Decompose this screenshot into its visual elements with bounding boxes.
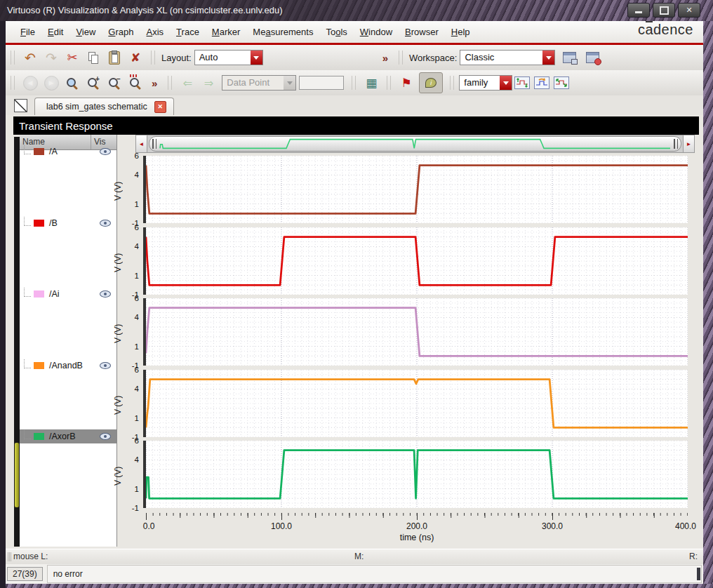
scroll-thumb-grip[interactable] [674, 139, 678, 149]
menu-help[interactable]: Help [446, 25, 475, 39]
toolbar-grip[interactable] [387, 76, 391, 90]
chevron-down-icon[interactable] [251, 51, 262, 65]
zoom-area-button[interactable] [127, 74, 144, 91]
time-overview-scrollbar[interactable]: ◄ ► [135, 135, 695, 153]
strip-vertical-scrollbar[interactable] [14, 137, 20, 547]
y-tick-label: 6 [135, 366, 139, 374]
calculator-button[interactable]: ▦ [363, 74, 380, 91]
menu-tools[interactable]: Tools [321, 25, 352, 39]
scroll-track[interactable] [147, 135, 683, 153]
graph-mode-icon[interactable] [14, 99, 27, 112]
zoom-out-button[interactable]: − [106, 74, 123, 91]
menu-graph[interactable]: Graph [103, 25, 138, 39]
toolbar-grip[interactable] [11, 51, 15, 65]
swap-sweep-button[interactable] [514, 76, 530, 89]
tab-close-button[interactable]: ✕ [154, 101, 166, 113]
scroll-right-button[interactable]: ► [683, 135, 695, 153]
save-workspace-button[interactable] [561, 49, 578, 66]
waveform-plot[interactable] [146, 441, 688, 508]
waveform-strip-A[interactable]: V (V)641-1 [112, 156, 702, 227]
toolbar-overflow-chevron[interactable]: » [152, 77, 157, 89]
pan-forward-button[interactable]: ▶ [43, 74, 60, 91]
toolbar-grip[interactable] [352, 76, 356, 90]
copy-button[interactable] [85, 49, 102, 66]
tab-sim-gates[interactable]: lab6 sim_gates schematic ✕ [34, 98, 174, 115]
back-icon: ◀ [23, 76, 38, 91]
signal-row-A[interactable]: /A [20, 145, 116, 159]
strip-vertical-scrollbar-thumb[interactable] [15, 443, 19, 507]
visibility-eye-icon[interactable] [100, 433, 111, 440]
workspace-dropdown[interactable]: Classic [460, 50, 555, 65]
visibility-eye-icon[interactable] [100, 220, 111, 227]
menu-view[interactable]: View [71, 25, 100, 39]
signal-row-AnandB[interactable]: /AnandB [20, 359, 116, 373]
zoom-fit-button[interactable] [64, 74, 81, 91]
chevron-down-icon[interactable] [542, 51, 554, 65]
annotation-button[interactable]: i [419, 72, 443, 93]
waveform-plot[interactable] [146, 370, 688, 437]
toolbar-grip[interactable] [151, 51, 155, 65]
x-axis-title: time (ns) [146, 533, 688, 542]
menu-measurements[interactable]: Measurements [248, 25, 318, 39]
delete-button[interactable]: ✘ [127, 49, 144, 66]
datapoint-dropdown[interactable]: Data Point [222, 75, 296, 91]
toolbar-edit: ↶ ↷ ✂ ✘ Layout: Auto » Workspace: Classi… [6, 45, 703, 71]
paste-button[interactable] [106, 49, 123, 66]
prev-point-button[interactable]: ⇐ [179, 74, 196, 91]
menu-marker[interactable]: Marker [207, 25, 246, 39]
waveform-plot[interactable] [146, 298, 688, 366]
toolbar-grip[interactable] [399, 51, 403, 65]
menu-axis[interactable]: Axis [142, 25, 169, 39]
scroll-thumb-grip[interactable] [152, 139, 156, 149]
message-grip[interactable] [697, 568, 700, 580]
marker-flag-button[interactable]: ⚑ [398, 74, 415, 91]
waveform-strip-AnandB[interactable]: V (V)641-1 [112, 370, 702, 441]
menu-window[interactable]: Window [355, 25, 397, 39]
visibility-eye-icon[interactable] [100, 290, 111, 298]
waveform-strip-B[interactable]: V (V)641-1 [112, 227, 702, 298]
toolbar-overflow-chevron[interactable]: » [382, 52, 388, 64]
signal-row-AxorB[interactable]: /AxorB [20, 429, 116, 443]
next-point-button[interactable]: ⇒ [200, 74, 217, 91]
scroll-left-button[interactable]: ◄ [135, 135, 147, 153]
pan-back-button[interactable]: ◀ [22, 74, 39, 91]
next-point-icon: ⇒ [204, 76, 213, 90]
layout-dropdown[interactable]: Auto [194, 50, 263, 65]
waveform-plot[interactable] [146, 156, 688, 223]
x-axis: 0.0100.0200.0300.0400.0 time (ns) [146, 513, 688, 547]
menu-trace[interactable]: Trace [171, 25, 204, 39]
title-bar[interactable]: Virtuoso (R) Visualization & Analysis XL… [0, 0, 713, 21]
delete-workspace-button[interactable] [584, 49, 601, 66]
y-axis-ticks [141, 370, 146, 437]
redo-button[interactable]: ↷ [43, 49, 60, 66]
message-bar: 27(39) no error [6, 564, 703, 584]
menu-edit[interactable]: Edit [43, 25, 68, 39]
chevron-down-icon[interactable] [500, 76, 512, 90]
scroll-thumb[interactable] [149, 136, 681, 152]
update-plot-button[interactable] [554, 76, 569, 89]
minimize-button[interactable] [627, 3, 650, 18]
undo-button[interactable]: ↶ [22, 49, 39, 66]
cut-button[interactable]: ✂ [64, 49, 81, 66]
zoom-in-button[interactable]: + [85, 74, 102, 91]
visibility-eye-icon[interactable] [100, 148, 111, 155]
toolbar-grip[interactable] [168, 76, 172, 90]
family-dropdown[interactable]: family [459, 75, 512, 91]
visibility-eye-icon[interactable] [100, 362, 111, 369]
maximize-button[interactable] [653, 3, 675, 18]
menu-browser[interactable]: Browser [400, 25, 444, 39]
waveform-plot[interactable] [146, 227, 688, 295]
menu-file[interactable]: File [15, 25, 40, 39]
point-value-field[interactable] [299, 76, 344, 90]
signal-row-B[interactable]: /B [20, 216, 116, 230]
toolbar-grip[interactable] [450, 76, 454, 90]
status-mouse-right: R: [689, 552, 698, 561]
signal-row-Ai[interactable]: /Ai [20, 287, 116, 301]
waveform-strip-Ai[interactable]: V (V)641-1 [112, 298, 702, 369]
close-button[interactable]: ✕ [678, 3, 700, 18]
toolbar-grip[interactable] [11, 76, 15, 90]
workspace-value: Classic [460, 51, 542, 65]
waveform-strip-AxorB[interactable]: V (V)641-1 [112, 441, 702, 512]
zoom-fit-icon [65, 76, 79, 90]
refresh-plot-button[interactable] [534, 76, 549, 89]
